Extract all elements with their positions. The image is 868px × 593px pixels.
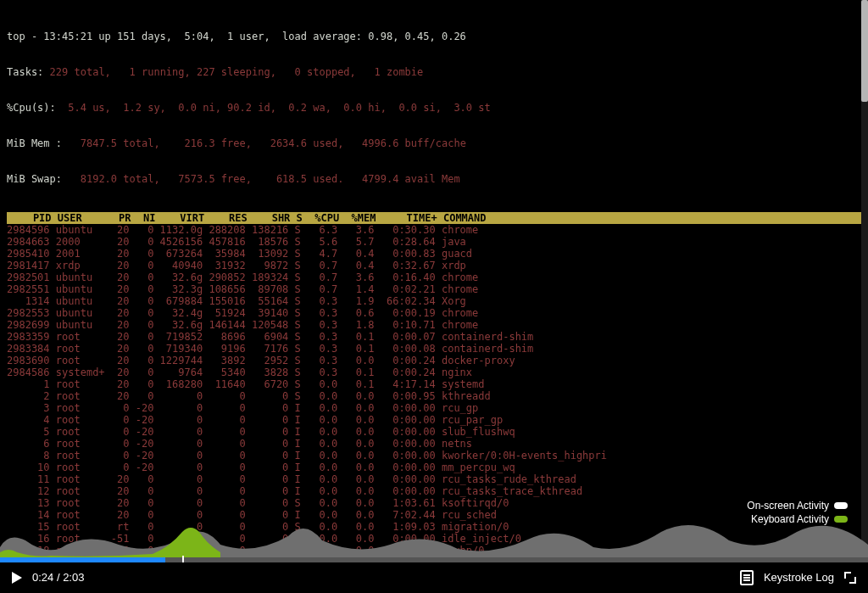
- play-icon[interactable]: [12, 572, 22, 584]
- process-table: 2984596 ubuntu 20 0 1132.0g 288208 13821…: [7, 224, 861, 593]
- process-row: 18 root 20 0 0 0 0 S 0.0 0.0 0:00.00 cpu…: [7, 545, 861, 557]
- scrollbar-thumb[interactable]: [861, 0, 868, 102]
- process-row: 16 root -51 0 0 0 0 S 0.0 0.0 0:00.00 id…: [7, 533, 861, 545]
- process-row: 2982551 ubuntu 20 0 32.3g 108656 89708 S…: [7, 283, 861, 295]
- document-icon[interactable]: [740, 570, 754, 585]
- process-header: PID USER PR NI VIRT RES SHR S %CPU %MEM …: [7, 212, 861, 224]
- process-row: 5 root 0 -20 0 0 0 I 0.0 0.0 0:00.00 slu…: [7, 426, 861, 438]
- process-row: 10 root 0 -20 0 0 0 I 0.0 0.0 0:00.00 mm…: [7, 462, 861, 473]
- summary-line-cpu: %Cpu(s): 5.4 us, 1.2 sy, 0.0 ni, 90.2 id…: [7, 102, 861, 114]
- swatch-white-icon: [834, 502, 848, 509]
- summary-line-swap: MiB Swap: 8192.0 total, 7573.5 free, 618…: [7, 173, 861, 185]
- summary-line-mem: MiB Mem : 7847.5 total, 216.3 free, 2634…: [7, 137, 861, 149]
- legend-onscreen-label: On-screen Activity: [747, 500, 829, 512]
- process-row: 12 root 20 0 0 0 0 I 0.0 0.0 0:00.00 rcu…: [7, 485, 861, 497]
- playback-time: 0:24 / 2:03: [32, 572, 84, 584]
- process-row: 2981417 xrdp 20 0 40940 31932 9872 S 0.7…: [7, 260, 861, 271]
- summary-line-tasks: Tasks: 229 total, 1 running, 227 sleepin…: [7, 66, 861, 78]
- player-controls: 0:24 / 2:03 Keystroke Log: [0, 562, 868, 593]
- process-row: 3 root 0 -20 0 0 0 I 0.0 0.0 0:00.00 rcu…: [7, 402, 861, 414]
- process-row: 11 root 20 0 0 0 0 I 0.0 0.0 0:00.00 rcu…: [7, 473, 861, 485]
- process-row: 2 root 20 0 0 0 0 S 0.0 0.0 0:00.95 kthr…: [7, 390, 861, 402]
- process-row: 15 root rt 0 0 0 0 S 0.0 0.0 1:09.03 mig…: [7, 521, 861, 533]
- process-row: 2983690 root 20 0 1229744 3892 2952 S 0.…: [7, 355, 861, 366]
- process-row: 2983384 root 20 0 719340 9196 7176 S 0.3…: [7, 343, 861, 355]
- top-summary: top - 13:45:21 up 151 days, 5:04, 1 user…: [7, 7, 861, 209]
- terminal-output: top - 13:45:21 up 151 days, 5:04, 1 user…: [7, 7, 861, 593]
- keystroke-log-button[interactable]: Keystroke Log: [764, 572, 834, 584]
- process-row: 6 root 0 -20 0 0 0 I 0.0 0.0 0:00.00 net…: [7, 438, 861, 450]
- process-row: 2984586 systemd+ 20 0 9764 5340 3828 S 0…: [7, 366, 861, 378]
- fullscreen-icon[interactable]: [844, 572, 856, 584]
- process-row: 8 root 0 -20 0 0 0 I 0.0 0.0 0:00.00 kwo…: [7, 450, 861, 462]
- swatch-green-icon: [834, 516, 848, 523]
- legend-keyboard-label: Keyboard Activity: [751, 513, 829, 525]
- process-row: 2982501 ubuntu 20 0 32.6g 290852 189324 …: [7, 271, 861, 283]
- activity-legend: On-screen Activity Keyboard Activity: [747, 498, 848, 525]
- process-row: 14 root 20 0 0 0 0 I 0.0 0.0 7:02.44 rcu…: [7, 509, 861, 521]
- process-row: 2982699 ubuntu 20 0 32.6g 146144 120548 …: [7, 319, 861, 331]
- process-row: 2983359 root 20 0 719852 8696 6904 S 0.3…: [7, 331, 861, 343]
- process-row: 2984663 2000 20 0 4526156 457816 18576 S…: [7, 236, 861, 248]
- scrollbar-track[interactable]: [861, 0, 868, 557]
- process-row: 4 root 0 -20 0 0 0 I 0.0 0.0 0:00.00 rcu…: [7, 414, 861, 426]
- process-row: 1314 ubuntu 20 0 679884 155016 55164 S 0…: [7, 295, 861, 307]
- process-row: 2984596 ubuntu 20 0 1132.0g 288208 13821…: [7, 224, 861, 236]
- process-row: 2982553 ubuntu 20 0 32.4g 51924 39140 S …: [7, 307, 861, 319]
- process-row: 2985410 2001 20 0 673264 35984 13092 S 4…: [7, 248, 861, 260]
- process-row: 1 root 20 0 168280 11640 6720 S 0.0 0.1 …: [7, 378, 861, 390]
- process-row: 13 root 20 0 0 0 0 S 0.0 0.0 1:03.61 kso…: [7, 497, 861, 509]
- summary-line-uptime: top - 13:45:21 up 151 days, 5:04, 1 user…: [7, 31, 861, 42]
